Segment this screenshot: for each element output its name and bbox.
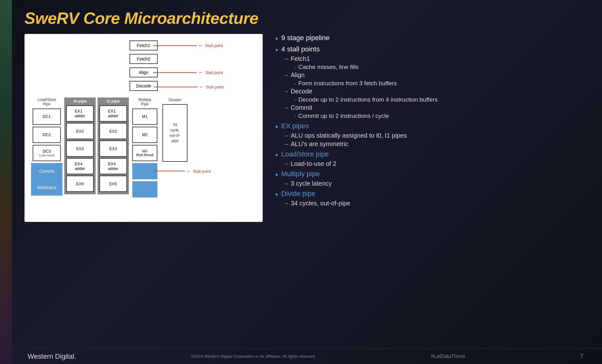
slide-title: SweRV Core Microarchitecture [24,9,583,28]
i0-ex1: EX1adder [66,105,94,122]
ls-pipe-col: Load/StorePipe DC1 DC2 DC3 Load result C… [31,98,62,196]
i1-ex2: EX2 [99,123,127,139]
i1-ex3: EX3 [99,140,127,157]
i0-pipe-col: I0 pipe EX1adder EX2 EX3 EX4adder EX5 [64,98,96,194]
footer-copyright: ©2018 Western Digital Corporation or its… [191,354,316,359]
ls-pipe-dot: • [275,151,278,159]
ls-pipe-bullet: • Load/store pipe [275,150,583,159]
m1-cell: M1 [132,108,157,125]
alu-ops-sub: – ALU ops statically assigned to I0, I1 … [285,132,583,139]
align-sub: – Align [285,71,583,79]
m3-cell: M3Mult Result [132,145,157,161]
commit-sub: – Commit [285,104,583,111]
nine-stage-dot: • [275,34,278,43]
footer-hashtag: #LetDataThrive [431,354,465,359]
diagram-box: Fetch1 ← Stall point Fetc [24,34,263,222]
decode-desc-sub2: • Decode up to 2 instructions from 4 ins… [295,96,583,103]
fetch2-box: Fetch2 [129,54,158,64]
i0-ex3: EX3 [66,140,94,157]
divide-pipe-dot: • [275,190,278,198]
divider-col: Divider 34cycle,out-of-pipe [161,98,189,162]
i1-pipe-label: I1 pipe [107,99,119,103]
divider-label: Divider [169,98,181,102]
ex-pipes-bullet: • EX pipes [275,122,583,131]
nine-stage-section: • 9 stage pipeline [275,34,583,43]
footer-logo-dot: . [74,352,76,360]
i1-ex5: EX5 [99,176,127,192]
form-instructions-sub2: • Form instructions from 3 fetch buffers [295,80,583,87]
mult-pipe-bullet: • Multiply pipe [275,170,583,179]
align-row: Align ← Stall point [129,67,158,79]
fetch1-box: Fetch1 ← Stall point [129,40,158,50]
diagram-inner: Fetch1 ← Stall point Fetc [31,40,256,215]
top-stages: Fetch1 ← Stall point Fetc [31,40,256,94]
dc3-cell: DC3 Load result [33,145,61,161]
load-to-use-sub: – Load-to-use of 2 [285,160,583,167]
commit-ls: Commit [31,163,62,179]
diagram-area: Fetch1 ← Stall point Fetc [24,34,263,348]
dc1-cell: DC1 [33,108,61,125]
mult-latency-sub: – 3 cycle latency [285,180,583,187]
dc2-cell: DC2 [33,127,61,143]
fetch2-row: Fetch2 [129,54,158,66]
stall-label-2: ← Stall point [153,69,223,76]
mult-pipe-label: MultiplyPipe [139,98,151,107]
left-decorative-bar [0,0,12,364]
footer-logo: Western Digital. [28,352,76,361]
divide-pipe-bullet: • Divide pipe [275,190,583,198]
i1-ex1: EX1adder [99,105,127,122]
divide-pipe-section: • Divide pipe – 34 cycles, out-of-pipe [275,190,583,207]
i0-ex4: EX4adder [66,158,94,174]
ex-pipes-dot: • [275,123,278,131]
mult-pipe-section: • Multiply pipe – 3 cycle latency [275,170,583,187]
ex-pipes-section: • EX pipes – ALU ops statically assigned… [275,122,583,148]
bullets-area: • 9 stage pipeline • 4 stall points – Fe… [275,34,589,348]
writeback-ls: Writeback [31,179,62,196]
four-stall-bullet: • 4 stall points [275,45,583,54]
m2-cell: M2 [132,127,157,143]
ls-pipe-section: • Load/store pipe – Load-to-use of 2 [275,150,583,167]
mult-pipe-col: MultiplyPipe M1 M2 M3Mult Result ← Stal [131,98,159,198]
align-box: Align ← Stall point [129,67,158,77]
content-area: Fetch1 ← Stall point Fetc [12,34,602,348]
i1-pipe-col: I1 pipe EX1adder EX2 EX3 EX4adder EX5 [98,98,129,194]
mult-pipe-dot: • [275,171,278,179]
i1-ex4: EX4adder [99,158,127,174]
commit-desc-sub2: • Commit up to 2 instructions / cycle [295,113,583,119]
stall-label-3: ← Stall point [154,84,224,90]
all-pipes: Load/StorePipe DC1 DC2 DC3 Load result C… [31,98,256,198]
fetch1-row: Fetch1 ← Stall point [129,40,158,52]
footer: Western Digital. ©2018 Western Digital C… [12,348,602,364]
divide-cycles-sub: – 34 cycles, out-of-pipe [285,200,583,207]
decode-sub: – Decode [285,88,583,95]
footer-page: 7 [580,353,583,360]
fetch1-sub: – Fetch1 [285,55,583,62]
decode-box: Decode ← Stall point [129,81,158,91]
nine-stage-bullet: • 9 stage pipeline [275,34,583,43]
i0-ex2: EX2 [66,123,94,139]
i0-ex5: EX5 [66,176,94,192]
cache-misses-sub2: • Cache misses, line fills [295,64,583,71]
four-stall-dot: • [275,46,278,54]
decode-row: Decode ← Stall point [129,81,158,93]
four-stall-section: • 4 stall points – Fetch1 • Cache misses… [275,45,583,119]
ls-pipe-label: Load/StorePipe [38,98,56,107]
main-container: SweRV Core Microarchitecture Fetch1 [12,0,602,364]
title-area: SweRV Core Microarchitecture [12,0,602,34]
stall-label-1: ← Stall point [153,42,223,49]
alu-sym-sub: – ALU's are symmetric [285,140,583,148]
i0-pipe-label: I0 pipe [73,99,86,103]
divider-box: 34cycle,out-of-pipe [162,104,187,162]
